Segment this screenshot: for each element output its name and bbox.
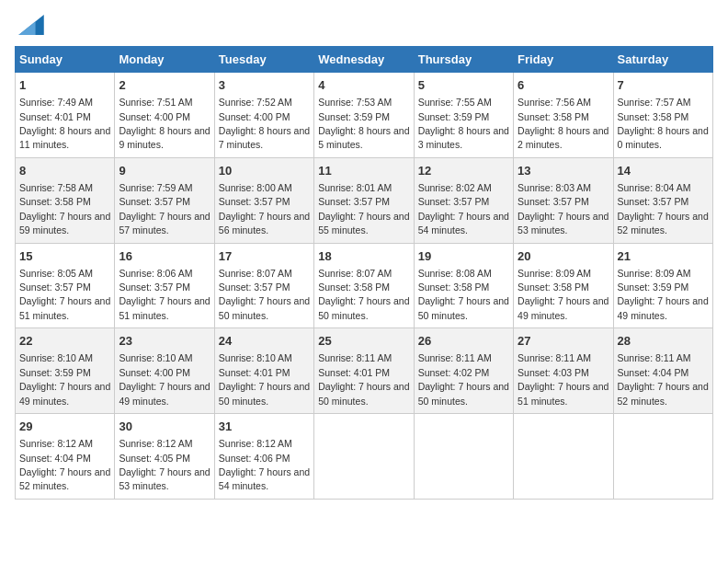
day-sunrise: Sunrise: 8:12 AMSunset: 4:05 PMDaylight:… bbox=[119, 438, 210, 491]
day-sunrise: Sunrise: 8:11 AMSunset: 4:04 PMDaylight:… bbox=[618, 352, 709, 406]
day-sunrise: Sunrise: 8:12 AMSunset: 4:06 PMDaylight:… bbox=[219, 438, 310, 491]
day-number: 9 bbox=[119, 163, 210, 179]
header-wednesday: Wednesday bbox=[314, 47, 414, 73]
day-sunrise: Sunrise: 7:53 AMSunset: 3:59 PMDaylight:… bbox=[318, 97, 409, 150]
day-number: 15 bbox=[19, 248, 110, 265]
day-number: 10 bbox=[219, 163, 310, 179]
header-monday: Monday bbox=[115, 47, 214, 73]
day-sunrise: Sunrise: 8:09 AMSunset: 3:59 PMDaylight:… bbox=[618, 268, 709, 321]
day-number: 29 bbox=[19, 419, 110, 435]
day-sunrise: Sunrise: 8:10 AMSunset: 3:59 PMDaylight:… bbox=[19, 352, 110, 406]
day-number: 17 bbox=[219, 248, 310, 265]
day-number: 5 bbox=[418, 77, 509, 94]
week-row-2: 8 Sunrise: 7:58 AMSunset: 3:58 PMDayligh… bbox=[16, 157, 713, 243]
day-sunrise: Sunrise: 8:01 AMSunset: 3:57 PMDaylight:… bbox=[318, 182, 409, 236]
day-number: 25 bbox=[318, 333, 409, 350]
day-sunrise: Sunrise: 7:55 AMSunset: 3:59 PMDaylight:… bbox=[418, 97, 509, 150]
day-number: 24 bbox=[219, 333, 310, 350]
calendar-cell bbox=[613, 414, 712, 500]
calendar-cell: 2 Sunrise: 7:51 AMSunset: 4:00 PMDayligh… bbox=[115, 73, 214, 158]
day-number: 8 bbox=[19, 163, 110, 179]
day-number: 2 bbox=[119, 77, 210, 94]
day-sunrise: Sunrise: 7:52 AMSunset: 4:00 PMDaylight:… bbox=[219, 97, 310, 150]
day-number: 31 bbox=[219, 419, 310, 435]
day-number: 28 bbox=[618, 333, 709, 350]
calendar-cell: 4 Sunrise: 7:53 AMSunset: 3:59 PMDayligh… bbox=[314, 73, 414, 158]
calendar-cell: 8 Sunrise: 7:58 AMSunset: 3:58 PMDayligh… bbox=[16, 157, 115, 243]
calendar-cell: 18 Sunrise: 8:07 AMSunset: 3:58 PMDaylig… bbox=[314, 243, 414, 328]
day-sunrise: Sunrise: 8:00 AMSunset: 3:57 PMDaylight:… bbox=[219, 182, 310, 236]
day-number: 30 bbox=[119, 419, 210, 435]
week-row-4: 22 Sunrise: 8:10 AMSunset: 3:59 PMDaylig… bbox=[16, 328, 713, 414]
day-sunrise: Sunrise: 8:10 AMSunset: 4:00 PMDaylight:… bbox=[119, 352, 210, 406]
calendar-cell: 9 Sunrise: 7:59 AMSunset: 3:57 PMDayligh… bbox=[115, 157, 214, 243]
day-sunrise: Sunrise: 8:11 AMSunset: 4:01 PMDaylight:… bbox=[318, 352, 409, 406]
header-row: SundayMondayTuesdayWednesdayThursdayFrid… bbox=[16, 47, 713, 73]
header-sunday: Sunday bbox=[16, 47, 115, 73]
day-sunrise: Sunrise: 7:59 AMSunset: 3:57 PMDaylight:… bbox=[119, 182, 210, 236]
header-tuesday: Tuesday bbox=[214, 47, 313, 73]
day-number: 19 bbox=[418, 248, 509, 265]
calendar-cell: 26 Sunrise: 8:11 AMSunset: 4:02 PMDaylig… bbox=[414, 328, 513, 414]
calendar-cell: 1 Sunrise: 7:49 AMSunset: 4:01 PMDayligh… bbox=[16, 73, 115, 158]
header-saturday: Saturday bbox=[613, 47, 712, 73]
header-thursday: Thursday bbox=[414, 47, 513, 73]
calendar-cell: 12 Sunrise: 8:02 AMSunset: 3:57 PMDaylig… bbox=[414, 157, 513, 243]
calendar-cell: 23 Sunrise: 8:10 AMSunset: 4:00 PMDaylig… bbox=[115, 328, 214, 414]
day-sunrise: Sunrise: 8:03 AMSunset: 3:57 PMDaylight:… bbox=[518, 182, 609, 236]
day-number: 3 bbox=[219, 77, 310, 94]
day-number: 11 bbox=[318, 163, 409, 179]
day-number: 14 bbox=[618, 163, 709, 179]
day-sunrise: Sunrise: 8:08 AMSunset: 3:58 PMDaylight:… bbox=[418, 268, 509, 321]
day-sunrise: Sunrise: 8:12 AMSunset: 4:04 PMDaylight:… bbox=[19, 438, 110, 491]
day-sunrise: Sunrise: 8:05 AMSunset: 3:57 PMDaylight:… bbox=[19, 268, 110, 321]
day-number: 1 bbox=[19, 77, 110, 94]
day-number: 7 bbox=[618, 77, 709, 94]
day-sunrise: Sunrise: 8:11 AMSunset: 4:02 PMDaylight:… bbox=[418, 352, 509, 406]
day-sunrise: Sunrise: 7:57 AMSunset: 3:58 PMDaylight:… bbox=[618, 97, 709, 150]
day-sunrise: Sunrise: 7:56 AMSunset: 3:58 PMDaylight:… bbox=[518, 97, 609, 150]
calendar-cell: 31 Sunrise: 8:12 AMSunset: 4:06 PMDaylig… bbox=[214, 414, 313, 500]
calendar-cell: 16 Sunrise: 8:06 AMSunset: 3:57 PMDaylig… bbox=[115, 243, 214, 328]
calendar-cell: 19 Sunrise: 8:08 AMSunset: 3:58 PMDaylig… bbox=[414, 243, 513, 328]
calendar-cell: 20 Sunrise: 8:09 AMSunset: 3:58 PMDaylig… bbox=[514, 243, 613, 328]
page-header bbox=[15, 15, 713, 35]
day-number: 12 bbox=[418, 163, 509, 179]
calendar-cell: 15 Sunrise: 8:05 AMSunset: 3:57 PMDaylig… bbox=[16, 243, 115, 328]
calendar-cell: 17 Sunrise: 8:07 AMSunset: 3:57 PMDaylig… bbox=[214, 243, 313, 328]
calendar-cell: 5 Sunrise: 7:55 AMSunset: 3:59 PMDayligh… bbox=[414, 73, 513, 158]
day-number: 6 bbox=[518, 77, 609, 94]
day-number: 20 bbox=[518, 248, 609, 265]
day-sunrise: Sunrise: 8:09 AMSunset: 3:58 PMDaylight:… bbox=[518, 268, 609, 321]
day-sunrise: Sunrise: 8:07 AMSunset: 3:58 PMDaylight:… bbox=[318, 268, 409, 321]
calendar-cell: 25 Sunrise: 8:11 AMSunset: 4:01 PMDaylig… bbox=[314, 328, 414, 414]
day-number: 22 bbox=[19, 333, 110, 350]
day-number: 16 bbox=[119, 248, 210, 265]
calendar-cell: 21 Sunrise: 8:09 AMSunset: 3:59 PMDaylig… bbox=[613, 243, 712, 328]
calendar-cell bbox=[414, 414, 513, 500]
day-number: 18 bbox=[318, 248, 409, 265]
day-sunrise: Sunrise: 8:02 AMSunset: 3:57 PMDaylight:… bbox=[418, 182, 509, 236]
calendar-cell: 24 Sunrise: 8:10 AMSunset: 4:01 PMDaylig… bbox=[214, 328, 313, 414]
day-sunrise: Sunrise: 8:11 AMSunset: 4:03 PMDaylight:… bbox=[518, 352, 609, 406]
day-number: 13 bbox=[518, 163, 609, 179]
calendar-cell: 13 Sunrise: 8:03 AMSunset: 3:57 PMDaylig… bbox=[514, 157, 613, 243]
header-friday: Friday bbox=[514, 47, 613, 73]
calendar-cell: 3 Sunrise: 7:52 AMSunset: 4:00 PMDayligh… bbox=[214, 73, 313, 158]
day-sunrise: Sunrise: 8:06 AMSunset: 3:57 PMDaylight:… bbox=[119, 268, 210, 321]
day-sunrise: Sunrise: 8:10 AMSunset: 4:01 PMDaylight:… bbox=[219, 352, 310, 406]
calendar-cell: 11 Sunrise: 8:01 AMSunset: 3:57 PMDaylig… bbox=[314, 157, 414, 243]
calendar-cell: 6 Sunrise: 7:56 AMSunset: 3:58 PMDayligh… bbox=[514, 73, 613, 158]
day-sunrise: Sunrise: 7:49 AMSunset: 4:01 PMDaylight:… bbox=[19, 97, 110, 150]
calendar-cell: 14 Sunrise: 8:04 AMSunset: 3:57 PMDaylig… bbox=[613, 157, 712, 243]
day-sunrise: Sunrise: 7:51 AMSunset: 4:00 PMDaylight:… bbox=[119, 97, 210, 150]
week-row-1: 1 Sunrise: 7:49 AMSunset: 4:01 PMDayligh… bbox=[16, 73, 713, 158]
week-row-3: 15 Sunrise: 8:05 AMSunset: 3:57 PMDaylig… bbox=[16, 243, 713, 328]
calendar-cell bbox=[314, 414, 414, 500]
calendar-cell bbox=[514, 414, 613, 500]
day-number: 26 bbox=[418, 333, 509, 350]
calendar-cell: 7 Sunrise: 7:57 AMSunset: 3:58 PMDayligh… bbox=[613, 73, 712, 158]
logo bbox=[15, 15, 44, 35]
week-row-5: 29 Sunrise: 8:12 AMSunset: 4:04 PMDaylig… bbox=[16, 414, 713, 500]
day-number: 4 bbox=[318, 77, 409, 94]
